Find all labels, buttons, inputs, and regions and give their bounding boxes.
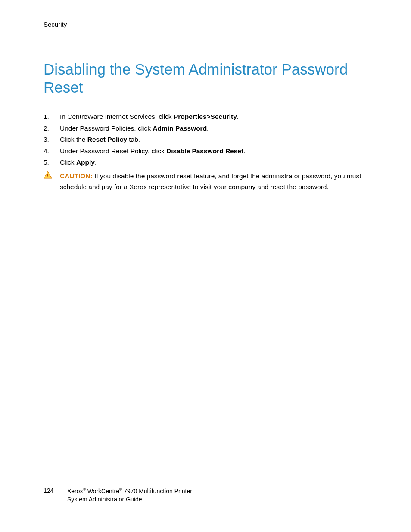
page-title: Disabling the System Administrator Passw… bbox=[44, 60, 385, 96]
svg-rect-1 bbox=[47, 176, 48, 177]
step-1: 1. In CentreWare Internet Services, clic… bbox=[44, 111, 368, 122]
step-text: Click the Reset Policy tab. bbox=[60, 134, 140, 145]
step-2: 2. Under Password Policies, click Admin … bbox=[44, 123, 368, 134]
step-4: 4. Under Password Reset Policy, click Di… bbox=[44, 146, 368, 157]
steps-list: 1. In CentreWare Internet Services, clic… bbox=[44, 111, 368, 193]
step-number: 4. bbox=[44, 146, 60, 157]
step-5: 5. Click Apply. bbox=[44, 157, 368, 168]
page-header: Security bbox=[44, 21, 67, 28]
page-footer: 124 Xerox® WorkCentre® 7970 Multifunctio… bbox=[44, 487, 368, 504]
footer-text: Xerox® WorkCentre® 7970 Multifunction Pr… bbox=[67, 487, 192, 504]
step-number: 3. bbox=[44, 134, 60, 145]
caution-text: CAUTION: If you disable the password res… bbox=[60, 171, 368, 193]
step-text: In CentreWare Internet Services, click P… bbox=[60, 111, 239, 122]
step-text: Under Password Policies, click Admin Pas… bbox=[60, 123, 209, 134]
warning-icon bbox=[44, 171, 60, 193]
step-text: Under Password Reset Policy, click Disab… bbox=[60, 146, 245, 157]
step-number: 2. bbox=[44, 123, 60, 134]
caution-block: CAUTION: If you disable the password res… bbox=[44, 171, 368, 193]
page-number: 124 bbox=[44, 487, 67, 504]
svg-rect-0 bbox=[47, 174, 48, 176]
step-number: 5. bbox=[44, 157, 60, 168]
step-text: Click Apply. bbox=[60, 157, 97, 168]
step-3: 3. Click the Reset Policy tab. bbox=[44, 134, 368, 145]
step-number: 1. bbox=[44, 111, 60, 122]
